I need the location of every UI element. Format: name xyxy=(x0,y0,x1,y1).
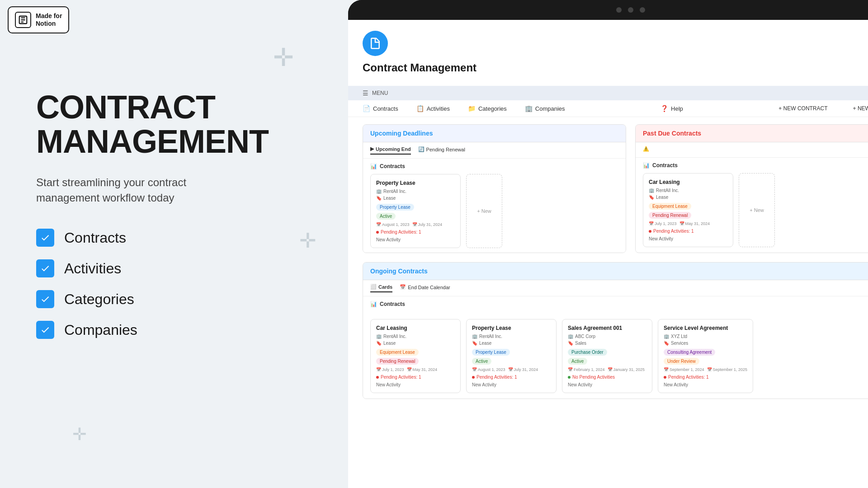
card-status: Under Review xyxy=(664,358,699,365)
ongoing-header: Ongoing Contracts xyxy=(363,263,868,280)
building-icon: 🏢 xyxy=(376,189,382,194)
dot-red xyxy=(376,376,379,379)
card-type: 🔖 Lease xyxy=(472,341,551,346)
card-tag: Consulting Agreement xyxy=(664,349,715,356)
tablet-topbar xyxy=(348,0,868,20)
tablet-dot-2 xyxy=(628,7,633,13)
card-company: 🏢 RentAll Inc. xyxy=(376,189,455,194)
card-status: Pending Renewal xyxy=(376,358,419,365)
tablet-screen[interactable]: Contract Management ☰ MENU 📄 Contracts 📋… xyxy=(348,20,868,488)
ongoing-card-sales-agreement: Sales Agreement 001 🏢 ABC Corp 🔖 Sales P… xyxy=(562,319,652,393)
tablet-device: Contract Management ☰ MENU 📄 Contracts 📋… xyxy=(348,0,868,488)
activities-icon: 📋 xyxy=(416,105,424,112)
nav-categories[interactable]: 📁 Categories xyxy=(468,105,507,112)
building-icon: 🏢 xyxy=(649,188,654,193)
menu-label: MENU xyxy=(372,90,388,96)
tablet-dot-3 xyxy=(640,7,645,13)
dot-red xyxy=(376,231,379,234)
ongoing-card-service-level: Service Level Agreement 🏢 XYZ Ltd 🔖 Serv… xyxy=(658,319,753,393)
ongoing-cards: Car Leasing 🏢 RentAll Inc. 🔖 Lease Equip… xyxy=(363,314,868,399)
end-date: 📅January 31, 2025 xyxy=(608,367,645,372)
card-dates: 📅July 1, 2023 📅May 31, 2024 xyxy=(649,221,727,226)
contracts-icon: 📄 xyxy=(363,105,370,112)
end-date: 📅May 31, 2024 xyxy=(407,367,438,372)
end-date: 📅July 31, 2024 xyxy=(508,367,538,372)
new-activity-button[interactable]: New Activity xyxy=(649,236,727,241)
card-status: Active xyxy=(568,358,587,365)
check-icon-contracts xyxy=(36,229,54,247)
notion-badge: Made for Notion xyxy=(8,6,69,33)
past-contracts-db-icon: 📊 xyxy=(643,162,650,169)
card-type: 🔖 Sales xyxy=(568,341,646,346)
nav-activities[interactable]: 📋 Activities xyxy=(416,105,450,112)
nav-companies-label: Companies xyxy=(535,105,565,112)
ongoing-content: 📊 Contracts xyxy=(363,296,868,314)
pending-badge: Pending Activities: 1 xyxy=(376,375,455,380)
cards-icon: ⬜ xyxy=(370,284,377,290)
card-tag: Purchase Order xyxy=(568,349,607,356)
top-sections-row: Upcoming Deadlines ▶ Upcoming End 🔄 Pend… xyxy=(363,124,868,253)
pending-badge: Pending Activities: 1 xyxy=(664,375,747,380)
new-activity-button[interactable]: New Activity xyxy=(376,382,455,387)
tab-end-date-calendar[interactable]: 📅 End Date Calendar xyxy=(400,284,450,292)
building-icon: 🏢 xyxy=(568,334,573,339)
menu-bar[interactable]: ☰ MENU xyxy=(348,86,868,100)
subtitle: Start streamlining your contract managem… xyxy=(36,175,244,205)
new-company-button[interactable]: + NEW COMPANY xyxy=(853,105,868,112)
nav-activities-label: Activities xyxy=(427,105,450,112)
new-contract-button[interactable]: + NEW CONTRACT xyxy=(778,105,827,112)
nav-companies[interactable]: 🏢 Companies xyxy=(525,105,565,112)
new-activity-button[interactable]: New Activity xyxy=(568,382,646,387)
tab-cards[interactable]: ⬜ Cards xyxy=(370,284,392,292)
calendar-icon: 📅 xyxy=(400,284,406,290)
notion-badge-text: Made for Notion xyxy=(36,12,62,28)
pending-badge: Pending Activities: 1 xyxy=(472,375,551,380)
help-icon: ❓ xyxy=(660,105,668,112)
decorative-cross-1: ✛ xyxy=(273,45,294,70)
building-icon: 🏢 xyxy=(376,334,382,339)
card-title: Property Lease xyxy=(472,325,551,331)
menu-icon: ☰ xyxy=(363,89,368,97)
past-due-tabs: ⚠️ xyxy=(636,142,868,158)
add-past-due-card[interactable]: + New xyxy=(739,173,775,247)
upcoming-cards-grid: Property Lease 🏢 RentAll Inc. 🔖 Lease xyxy=(370,174,618,248)
start-date: 📅July 1, 2023 xyxy=(376,367,404,372)
pending-badge: Pending Activities: 1 xyxy=(376,230,455,235)
app-header: Contract Management xyxy=(348,20,868,86)
ongoing-card-car-leasing: Car Leasing 🏢 RentAll Inc. 🔖 Lease Equip… xyxy=(370,319,461,393)
ongoing-tabs: ⬜ Cards 📅 End Date Calendar xyxy=(363,280,868,296)
checklist: Contracts Activities Categories Companie… xyxy=(36,229,312,339)
nav-help[interactable]: ❓ Help xyxy=(660,105,683,112)
card-title: Property Lease xyxy=(376,180,455,186)
card-title: Sales Agreement 001 xyxy=(568,325,646,331)
past-due-title: Past Due Contracts xyxy=(643,130,701,137)
check-icon-companies xyxy=(36,321,54,339)
nav-row: 📄 Contracts 📋 Activities 📁 Categories 🏢 … xyxy=(348,100,868,117)
add-upcoming-card[interactable]: + New xyxy=(466,174,502,248)
ongoing-db-icon: 📊 xyxy=(370,301,377,307)
check-item-activities: Activities xyxy=(36,259,312,277)
check-icon-categories xyxy=(36,290,54,308)
companies-icon: 🏢 xyxy=(525,105,533,112)
card-type: 🔖 Lease xyxy=(649,195,727,200)
ongoing-card-property-lease: Property Lease 🏢 RentAll Inc. 🔖 Lease Pr… xyxy=(466,319,557,393)
type-icon: 🔖 xyxy=(568,341,573,346)
sections-container: Upcoming Deadlines ▶ Upcoming End 🔄 Pend… xyxy=(348,117,868,406)
new-activity-button[interactable]: New Activity xyxy=(376,237,455,242)
card-dates: 📅July 1, 2023 📅May 31, 2024 xyxy=(376,367,455,372)
type-icon: 🔖 xyxy=(376,196,382,201)
card-type: 🔖 Lease xyxy=(376,341,455,346)
past-due-header: Past Due Contracts xyxy=(636,125,868,142)
new-activity-button[interactable]: New Activity xyxy=(664,382,747,387)
tab-upcoming-end[interactable]: ▶ Upcoming End xyxy=(370,146,411,155)
upcoming-end-icon: ▶ xyxy=(370,146,374,152)
type-icon: 🔖 xyxy=(472,341,477,346)
check-item-categories: Categories xyxy=(36,290,312,308)
tab-pending-renewal[interactable]: 🔄 Pending Renewal xyxy=(418,146,465,155)
right-panel: Contract Management ☰ MENU 📄 Contracts 📋… xyxy=(348,0,868,488)
new-activity-button[interactable]: New Activity xyxy=(472,382,551,387)
nav-contracts[interactable]: 📄 Contracts xyxy=(363,105,398,112)
ongoing-title: Ongoing Contracts xyxy=(370,267,428,275)
card-company: 🏢 ABC Corp xyxy=(568,334,646,339)
nav-categories-label: Categories xyxy=(478,105,507,112)
